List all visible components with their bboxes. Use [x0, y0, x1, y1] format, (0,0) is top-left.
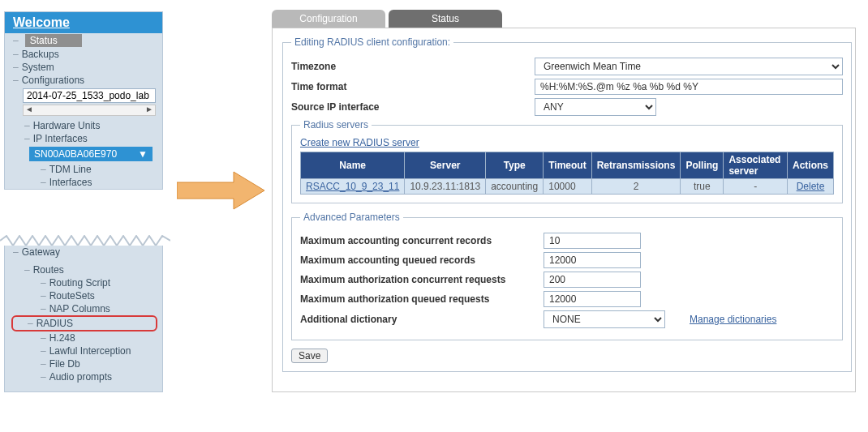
max-acc-conc-input[interactable] — [544, 233, 641, 249]
server-name-link[interactable]: RSACC_10_9_23_11 — [306, 181, 399, 192]
edit-legend: Editing RADIUS client configuration: — [291, 36, 453, 48]
nav-gateway[interactable]: – Gateway — [5, 246, 162, 259]
nav-routesets-label: RouteSets — [49, 290, 95, 302]
cell-server: 10.9.23.11:1813 — [405, 179, 486, 195]
nav-hardware-units[interactable]: – Hardware Units — [5, 119, 162, 132]
nav-lawful-label: Lawful Interception — [49, 345, 131, 357]
scroll-left-icon[interactable]: ◄ — [25, 105, 33, 113]
nav-h248[interactable]: – H.248 — [5, 331, 162, 344]
nav-routes-label: Routes — [33, 264, 64, 276]
nav-routes[interactable]: – Routes — [5, 263, 162, 276]
nav-lawful[interactable]: – Lawful Interception — [5, 344, 162, 357]
save-button[interactable]: Save — [291, 349, 328, 363]
nav-radius-highlight: – RADIUS — [11, 315, 157, 331]
max-acc-q-label: Maximum accounting queued records — [300, 254, 544, 266]
nav-gateway-label: Gateway — [22, 246, 60, 258]
edit-fieldset: Editing RADIUS client configuration: Tim… — [282, 36, 852, 372]
nav-tdm-line-label: TDM Line — [49, 164, 92, 175]
tree-dash-icon: – — [41, 332, 46, 344]
nav-system[interactable]: – System — [5, 61, 162, 74]
nav-h248-label: H.248 — [49, 332, 75, 344]
config-scrollbar[interactable]: ◄ ► — [23, 105, 156, 116]
nav-tdm-line[interactable]: – TDM Line — [5, 163, 162, 176]
nav-nap-columns[interactable]: – NAP Columns — [5, 302, 162, 315]
nav-audio[interactable]: – Audio prompts — [5, 370, 162, 383]
cell-timeout: 10000 — [544, 179, 591, 195]
max-acc-q-input[interactable] — [544, 252, 641, 268]
nav-interfaces[interactable]: – Interfaces — [5, 176, 162, 189]
max-auth-q-input[interactable] — [544, 291, 641, 307]
tree-dash-icon: – — [24, 120, 30, 131]
dict-select[interactable]: NONE — [544, 310, 665, 328]
col-polling: Polling — [681, 152, 724, 179]
col-assoc: Associated server — [724, 152, 788, 179]
cell-retrans: 2 — [591, 179, 681, 195]
tree-dash-icon: – — [41, 164, 46, 175]
col-name: Name — [301, 152, 405, 179]
nav-routesets[interactable]: – RouteSets — [5, 289, 162, 302]
nav-filedb-label: File Db — [49, 358, 80, 370]
nav-status-label: Status — [25, 34, 82, 47]
table-header-row: Name Server Type Timeout Retransmissions… — [301, 152, 834, 179]
welcome-header[interactable]: Welcome — [5, 12, 162, 33]
col-server: Server — [405, 152, 486, 179]
max-acc-conc-label: Maximum accounting concurrent records — [300, 235, 544, 246]
nav-configurations[interactable]: – Configurations — [5, 74, 162, 87]
timeformat-input[interactable] — [535, 79, 843, 95]
tree-dash-icon: – — [13, 75, 19, 86]
cell-type: accounting — [486, 179, 544, 195]
scroll-right-icon[interactable]: ► — [145, 105, 153, 113]
svg-marker-0 — [177, 172, 264, 209]
tree-dash-icon: – — [41, 303, 46, 314]
max-auth-conc-label: Maximum authorization concurrent request… — [300, 274, 544, 285]
tree-dash-icon: – — [13, 246, 19, 258]
nav-backups[interactable]: – Backups — [5, 48, 162, 61]
device-select[interactable]: SN00A0BA06E970 ▼ — [29, 147, 153, 161]
nav-status[interactable]: – Status — [5, 33, 162, 48]
tree-dash-icon: – — [24, 133, 30, 144]
config-panel: Editing RADIUS client configuration: Tim… — [272, 28, 856, 392]
timezone-select[interactable]: Greenwich Mean Time — [535, 58, 843, 75]
advanced-legend: Advanced Parameters — [300, 212, 403, 223]
tree-dash-icon: – — [41, 358, 46, 370]
tree-dash-icon: – — [41, 177, 46, 188]
table-row: RSACC_10_9_23_11 10.9.23.11:1813 account… — [301, 179, 834, 195]
main-panel: Configuration Status Editing RADIUS clie… — [272, 10, 858, 392]
nav-hardware-units-label: Hardware Units — [33, 120, 101, 131]
config-name-field[interactable]: 2014-07-25_1533_podo_lab — [23, 88, 156, 103]
nav-configurations-label: Configurations — [22, 75, 84, 86]
tree-dash-icon: – — [13, 35, 19, 46]
chevron-down-icon: ▼ — [138, 148, 148, 160]
tabs: Configuration Status — [272, 10, 858, 28]
tab-configuration[interactable]: Configuration — [272, 10, 385, 28]
col-retrans: Retransmissions — [591, 152, 681, 179]
nav-filedb[interactable]: – File Db — [5, 357, 162, 370]
timezone-label: Timezone — [291, 61, 535, 72]
tree-dash-icon: – — [24, 264, 30, 276]
cell-assoc: - — [724, 179, 788, 195]
tree-dash-icon: – — [28, 318, 33, 329]
device-select-value: SN00A0BA06E970 — [34, 148, 117, 160]
tab-status[interactable]: Status — [389, 10, 502, 28]
nav-radius[interactable]: – RADIUS — [28, 317, 156, 330]
sourceip-select[interactable]: ANY — [535, 98, 656, 116]
nav-ip-interfaces[interactable]: – IP Interfaces — [5, 132, 162, 145]
radius-servers-fieldset: Radius servers Create new RADIUS server … — [291, 119, 843, 203]
nav-audio-label: Audio prompts — [49, 371, 112, 383]
nav-ip-interfaces-label: IP Interfaces — [33, 133, 88, 144]
col-actions: Actions — [787, 152, 833, 179]
col-timeout: Timeout — [544, 152, 591, 179]
tree-dash-icon: – — [41, 371, 46, 383]
torn-edge-icon — [0, 235, 170, 246]
nav-routing-script[interactable]: – Routing Script — [5, 276, 162, 289]
manage-dictionaries-link[interactable]: Manage dictionaries — [690, 314, 776, 325]
delete-link[interactable]: Delete — [797, 181, 825, 192]
timeformat-label: Time format — [291, 81, 535, 92]
nav-radius-label: RADIUS — [37, 318, 73, 329]
advanced-fieldset: Advanced Parameters Maximum accounting c… — [291, 212, 843, 340]
nav-system-label: System — [22, 62, 54, 73]
create-radius-server-link[interactable]: Create new RADIUS server — [300, 137, 419, 148]
cell-polling: true — [681, 179, 724, 195]
radius-servers-legend: Radius servers — [300, 119, 372, 130]
max-auth-conc-input[interactable] — [544, 272, 641, 288]
